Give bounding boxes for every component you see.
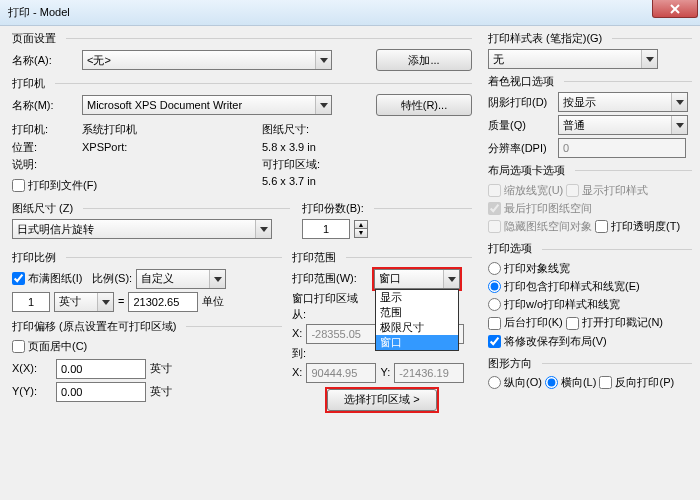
printer-group-label: 打印机 bbox=[12, 77, 49, 90]
shade-combo[interactable]: 按显示 bbox=[558, 92, 688, 112]
plot-paperspace-last-label: 最后打印图纸空间 bbox=[504, 202, 592, 215]
plot-transparency-checkbox[interactable] bbox=[595, 220, 608, 233]
group-offset: 打印偏移 (原点设置在可打印区域) 页面居中(C) X(X): 英寸 Y(Y):… bbox=[12, 320, 282, 402]
dropdown-option[interactable]: 范围 bbox=[376, 305, 458, 320]
landscape-radio[interactable] bbox=[545, 376, 558, 389]
divider bbox=[612, 38, 692, 39]
reverse-print-checkbox[interactable] bbox=[599, 376, 612, 389]
offset-x-label: X(X): bbox=[12, 362, 52, 375]
ratio-combo-value: 自定义 bbox=[137, 272, 209, 285]
print-to-file-checkbox[interactable] bbox=[12, 179, 25, 192]
printer-location-label: 位置: bbox=[12, 141, 78, 154]
paper-size-group-label: 图纸尺寸 (Z) bbox=[12, 202, 77, 215]
add-button[interactable]: 添加... bbox=[376, 49, 472, 71]
scale-lineweight-label: 缩放线宽(U) bbox=[504, 184, 563, 197]
landscape-label: 横向(L) bbox=[561, 376, 596, 389]
svg-marker-8 bbox=[646, 57, 654, 62]
svg-marker-5 bbox=[214, 277, 222, 282]
from-label: 从: bbox=[292, 308, 306, 321]
divider bbox=[542, 363, 692, 364]
printer-info-value: 系统打印机 bbox=[82, 123, 137, 136]
to-label: 到: bbox=[292, 347, 306, 360]
center-page-checkbox[interactable] bbox=[12, 340, 25, 353]
scale-right-input[interactable] bbox=[128, 292, 198, 312]
save-layout-checkbox[interactable] bbox=[488, 335, 501, 348]
dropdown-option[interactable]: 显示 bbox=[376, 290, 458, 305]
svg-marker-9 bbox=[676, 100, 684, 105]
fit-to-paper-checkbox[interactable] bbox=[12, 272, 25, 285]
scale-unit-combo-value: 英寸 bbox=[55, 295, 97, 308]
to-x-input bbox=[306, 363, 376, 383]
printer-name-value: Microsoft XPS Document Writer bbox=[83, 99, 315, 112]
svg-marker-3 bbox=[320, 103, 328, 108]
select-print-area-label: 选择打印区域 > bbox=[344, 393, 419, 406]
divider bbox=[55, 83, 472, 84]
portrait-label: 纵向(O) bbox=[504, 376, 542, 389]
print-range-label: 打印范围(W): bbox=[292, 272, 370, 285]
print-range-combo[interactable]: 窗口 显示 范围 极限尺寸 窗口 bbox=[374, 269, 460, 289]
paper-size-combo-value: 日式明信片旋转 bbox=[13, 223, 255, 236]
plot-wo-styles-radio[interactable] bbox=[488, 298, 501, 311]
print-range-dropdown[interactable]: 显示 范围 极限尺寸 窗口 bbox=[375, 289, 459, 352]
quality-combo[interactable]: 普通 bbox=[558, 115, 688, 135]
units-suffix: 单位 bbox=[202, 295, 224, 308]
chevron-down-icon bbox=[97, 293, 113, 311]
scale-unit-combo[interactable]: 英寸 bbox=[54, 292, 114, 312]
spinner-up-icon[interactable]: ▲ bbox=[354, 220, 368, 229]
hide-paperspace-obj-checkbox bbox=[488, 220, 501, 233]
spinner-down-icon[interactable]: ▼ bbox=[354, 229, 368, 238]
to-x-label: X: bbox=[292, 366, 302, 379]
page-setup-name-combo[interactable]: <无> bbox=[82, 50, 332, 70]
show-plot-style-checkbox bbox=[566, 184, 579, 197]
dpi-label: 分辨率(DPI) bbox=[488, 142, 554, 155]
dropdown-option[interactable]: 极限尺寸 bbox=[376, 320, 458, 335]
paper-size-value: 5.8 x 3.9 in bbox=[262, 141, 316, 154]
portrait-radio[interactable] bbox=[488, 376, 501, 389]
printer-properties-button[interactable]: 特性(R)... bbox=[376, 94, 472, 116]
hide-paperspace-obj-label: 隐藏图纸空间对象 bbox=[504, 220, 592, 233]
plot-styles-label: 打印样式表 (笔指定)(G) bbox=[488, 32, 606, 45]
offset-y-input[interactable] bbox=[56, 382, 146, 402]
plot-paperspace-last-checkbox bbox=[488, 202, 501, 215]
plot-style-combo[interactable]: 无 bbox=[488, 49, 658, 69]
group-layout-options: 布局选项卡选项 缩放线宽(U) 显示打印样式 最后打印图纸空间 隐藏图纸空间对象… bbox=[488, 164, 692, 236]
page-setup-label: 页面设置 bbox=[12, 32, 60, 45]
chevron-down-icon bbox=[315, 96, 331, 114]
group-paper-size: 图纸尺寸 (Z) 日式明信片旋转 bbox=[12, 202, 290, 239]
divider bbox=[186, 326, 282, 327]
printable-area-value: 5.6 x 3.7 in bbox=[262, 175, 316, 188]
group-plot-styles: 打印样式表 (笔指定)(G) 无 bbox=[488, 32, 692, 69]
divider bbox=[66, 257, 282, 258]
dropdown-option-selected[interactable]: 窗口 bbox=[376, 335, 458, 350]
plot-lineweight-radio[interactable] bbox=[488, 262, 501, 275]
plot-stamp-checkbox[interactable] bbox=[566, 317, 579, 330]
scale-left-input[interactable] bbox=[12, 292, 50, 312]
offset-y-label: Y(Y): bbox=[12, 385, 52, 398]
group-print-options: 打印选项 打印对象线宽 打印包含打印样式和线宽(E) 打印w/o打印样式和线宽 … bbox=[488, 242, 692, 351]
plot-wo-styles-label: 打印w/o打印样式和线宽 bbox=[504, 298, 620, 311]
to-y-input bbox=[394, 363, 464, 383]
svg-marker-10 bbox=[676, 123, 684, 128]
window-close-button[interactable] bbox=[652, 0, 698, 18]
orientation-label: 图形方向 bbox=[488, 357, 536, 370]
plot-with-styles-radio[interactable] bbox=[488, 280, 501, 293]
group-print-range: 打印范围 打印范围(W): 窗口 显示 范围 极限尺寸 窗 bbox=[292, 251, 472, 414]
dpi-input bbox=[558, 138, 686, 158]
printer-name-label: 名称(M): bbox=[12, 99, 78, 112]
background-print-checkbox[interactable] bbox=[488, 317, 501, 330]
paper-size-combo[interactable]: 日式明信片旋转 bbox=[12, 219, 272, 239]
offset-y-unit: 英寸 bbox=[150, 385, 172, 398]
print-range-combo-value: 窗口 bbox=[375, 272, 443, 285]
chevron-down-icon bbox=[671, 93, 687, 111]
printer-name-combo[interactable]: Microsoft XPS Document Writer bbox=[82, 95, 332, 115]
copies-input[interactable] bbox=[302, 219, 350, 239]
from-x-input bbox=[306, 324, 376, 344]
divider bbox=[66, 38, 472, 39]
page-setup-name-label: 名称(A): bbox=[12, 54, 78, 67]
ratio-combo[interactable]: 自定义 bbox=[136, 269, 226, 289]
group-page-setup: 页面设置 名称(A): <无> 添加... bbox=[12, 32, 472, 71]
group-printer: 打印机 名称(M): Microsoft XPS Document Writer… bbox=[12, 77, 472, 196]
select-print-area-button[interactable]: 选择打印区域 > bbox=[327, 389, 437, 411]
print-options-label: 打印选项 bbox=[488, 242, 536, 255]
offset-x-input[interactable] bbox=[56, 359, 146, 379]
